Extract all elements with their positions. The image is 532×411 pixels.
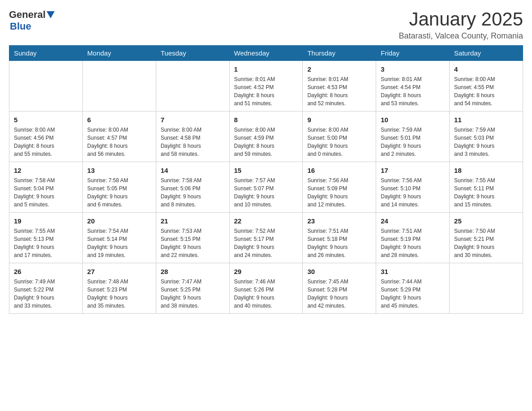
day-info: Sunrise: 7:59 AMSunset: 5:03 PMDaylight:… [454, 126, 518, 158]
location-title: Batarasti, Valcea County, Romania [399, 31, 523, 41]
calendar-cell: 16Sunrise: 7:56 AMSunset: 5:09 PMDayligh… [303, 162, 376, 213]
header-thursday: Thursday [303, 46, 376, 61]
day-number: 25 [454, 216, 518, 226]
calendar-cell [9, 61, 83, 111]
calendar-cell: 11Sunrise: 7:59 AMSunset: 5:03 PMDayligh… [450, 111, 523, 162]
day-number: 20 [87, 216, 151, 226]
calendar-cell: 31Sunrise: 7:44 AMSunset: 5:29 PMDayligh… [376, 263, 450, 314]
title-section: January 2025 Batarasti, Valcea County, R… [399, 9, 523, 41]
header-friday: Friday [376, 46, 450, 61]
day-number: 3 [381, 64, 445, 74]
calendar-cell: 15Sunrise: 7:57 AMSunset: 5:07 PMDayligh… [229, 162, 303, 213]
calendar-cell: 8Sunrise: 8:00 AMSunset: 4:59 PMDaylight… [229, 111, 303, 162]
day-number: 16 [307, 166, 371, 175]
day-info: Sunrise: 8:01 AMSunset: 4:54 PMDaylight:… [381, 75, 445, 107]
day-number: 27 [87, 267, 151, 276]
day-number: 23 [307, 216, 371, 226]
day-info: Sunrise: 8:01 AMSunset: 4:52 PMDaylight:… [234, 75, 298, 107]
day-info: Sunrise: 7:53 AMSunset: 5:15 PMDaylight:… [161, 227, 225, 259]
day-info: Sunrise: 7:49 AMSunset: 5:22 PMDaylight:… [14, 278, 78, 310]
day-number: 21 [161, 216, 225, 226]
day-number: 19 [14, 216, 78, 226]
day-info: Sunrise: 7:51 AMSunset: 5:18 PMDaylight:… [307, 227, 371, 259]
calendar-cell: 12Sunrise: 7:58 AMSunset: 5:04 PMDayligh… [9, 162, 83, 213]
day-info: Sunrise: 7:44 AMSunset: 5:29 PMDaylight:… [381, 278, 445, 310]
calendar-cell: 23Sunrise: 7:51 AMSunset: 5:18 PMDayligh… [303, 213, 376, 263]
day-number: 5 [14, 115, 78, 124]
calendar-cell: 17Sunrise: 7:56 AMSunset: 5:10 PMDayligh… [376, 162, 450, 213]
day-number: 2 [307, 64, 371, 74]
calendar-cell [450, 263, 523, 314]
day-info: Sunrise: 7:58 AMSunset: 5:04 PMDaylight:… [14, 176, 78, 209]
calendar-cell: 3Sunrise: 8:01 AMSunset: 4:54 PMDaylight… [376, 61, 450, 111]
calendar-week-4: 26Sunrise: 7:49 AMSunset: 5:22 PMDayligh… [9, 263, 523, 314]
day-info: Sunrise: 7:55 AMSunset: 5:11 PMDaylight:… [454, 176, 518, 209]
day-info: Sunrise: 7:58 AMSunset: 5:06 PMDaylight:… [161, 176, 225, 209]
calendar-header-row: SundayMondayTuesdayWednesdayThursdayFrid… [9, 46, 523, 61]
svg-marker-0 [47, 11, 55, 18]
day-info: Sunrise: 7:52 AMSunset: 5:17 PMDaylight:… [234, 227, 298, 259]
logo-arrow-icon [47, 11, 55, 19]
header-saturday: Saturday [450, 46, 523, 61]
calendar-cell: 25Sunrise: 7:50 AMSunset: 5:21 PMDayligh… [450, 213, 523, 263]
day-number: 24 [381, 216, 445, 226]
day-info: Sunrise: 8:00 AMSunset: 4:59 PMDaylight:… [234, 126, 298, 158]
day-number: 7 [161, 115, 225, 124]
day-number: 4 [454, 64, 518, 74]
calendar-cell: 27Sunrise: 7:48 AMSunset: 5:23 PMDayligh… [82, 263, 156, 314]
header-tuesday: Tuesday [156, 46, 229, 61]
day-number: 6 [87, 115, 151, 124]
calendar-cell: 2Sunrise: 8:01 AMSunset: 4:53 PMDaylight… [303, 61, 376, 111]
day-info: Sunrise: 7:51 AMSunset: 5:19 PMDaylight:… [381, 227, 445, 259]
day-info: Sunrise: 7:50 AMSunset: 5:21 PMDaylight:… [454, 227, 518, 259]
day-info: Sunrise: 8:00 AMSunset: 4:55 PMDaylight:… [454, 75, 518, 107]
day-number: 18 [454, 166, 518, 175]
day-info: Sunrise: 7:57 AMSunset: 5:07 PMDaylight:… [234, 176, 298, 209]
month-title: January 2025 [399, 9, 523, 30]
day-number: 14 [161, 166, 225, 175]
logo-blue-text: Blue [10, 21, 31, 32]
calendar-cell: 26Sunrise: 7:49 AMSunset: 5:22 PMDayligh… [9, 263, 83, 314]
day-info: Sunrise: 8:01 AMSunset: 4:53 PMDaylight:… [307, 75, 371, 107]
calendar-cell: 24Sunrise: 7:51 AMSunset: 5:19 PMDayligh… [376, 213, 450, 263]
calendar-cell: 19Sunrise: 7:55 AMSunset: 5:13 PMDayligh… [9, 213, 83, 263]
day-info: Sunrise: 7:55 AMSunset: 5:13 PMDaylight:… [14, 227, 78, 259]
header-wednesday: Wednesday [229, 46, 303, 61]
day-info: Sunrise: 7:47 AMSunset: 5:25 PMDaylight:… [161, 278, 225, 310]
calendar-cell [82, 61, 156, 111]
logo: General Blue [9, 9, 55, 32]
calendar-cell: 1Sunrise: 8:01 AMSunset: 4:52 PMDaylight… [229, 61, 303, 111]
day-number: 22 [234, 216, 298, 226]
calendar-cell: 6Sunrise: 8:00 AMSunset: 4:57 PMDaylight… [82, 111, 156, 162]
day-number: 1 [234, 64, 298, 74]
calendar-cell: 5Sunrise: 8:00 AMSunset: 4:56 PMDaylight… [9, 111, 83, 162]
day-number: 30 [307, 267, 371, 276]
calendar-cell: 18Sunrise: 7:55 AMSunset: 5:11 PMDayligh… [450, 162, 523, 213]
calendar-cell: 28Sunrise: 7:47 AMSunset: 5:25 PMDayligh… [156, 263, 229, 314]
calendar-table: SundayMondayTuesdayWednesdayThursdayFrid… [9, 45, 523, 314]
day-info: Sunrise: 8:00 AMSunset: 4:56 PMDaylight:… [14, 126, 78, 158]
calendar-cell: 13Sunrise: 7:58 AMSunset: 5:05 PMDayligh… [82, 162, 156, 213]
day-info: Sunrise: 8:00 AMSunset: 5:00 PMDaylight:… [307, 126, 371, 158]
day-number: 9 [307, 115, 371, 124]
calendar-week-1: 5Sunrise: 8:00 AMSunset: 4:56 PMDaylight… [9, 111, 523, 162]
calendar-cell: 22Sunrise: 7:52 AMSunset: 5:17 PMDayligh… [229, 213, 303, 263]
calendar-week-2: 12Sunrise: 7:58 AMSunset: 5:04 PMDayligh… [9, 162, 523, 213]
day-info: Sunrise: 7:58 AMSunset: 5:05 PMDaylight:… [87, 176, 151, 209]
day-info: Sunrise: 7:48 AMSunset: 5:23 PMDaylight:… [87, 278, 151, 310]
day-number: 26 [14, 267, 78, 276]
calendar-cell: 30Sunrise: 7:45 AMSunset: 5:28 PMDayligh… [303, 263, 376, 314]
day-number: 13 [87, 166, 151, 175]
day-info: Sunrise: 7:59 AMSunset: 5:01 PMDaylight:… [381, 126, 445, 158]
calendar-cell [156, 61, 229, 111]
day-number: 31 [381, 267, 445, 276]
calendar-cell: 14Sunrise: 7:58 AMSunset: 5:06 PMDayligh… [156, 162, 229, 213]
calendar-cell: 7Sunrise: 8:00 AMSunset: 4:58 PMDaylight… [156, 111, 229, 162]
logo-general-text: General [9, 9, 46, 21]
day-number: 17 [381, 166, 445, 175]
header-sunday: Sunday [9, 46, 83, 61]
day-number: 12 [14, 166, 78, 175]
calendar-cell: 21Sunrise: 7:53 AMSunset: 5:15 PMDayligh… [156, 213, 229, 263]
day-info: Sunrise: 7:45 AMSunset: 5:28 PMDaylight:… [307, 278, 371, 310]
calendar-cell: 4Sunrise: 8:00 AMSunset: 4:55 PMDaylight… [450, 61, 523, 111]
